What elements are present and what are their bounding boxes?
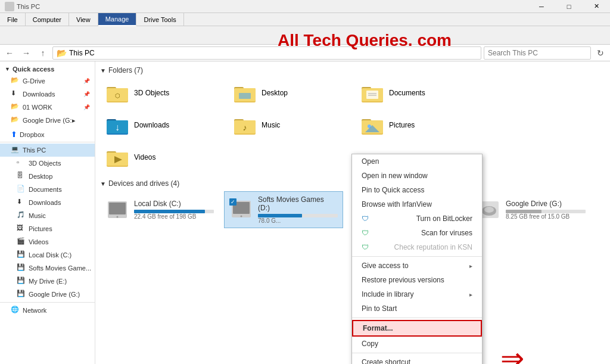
sidebar-item-googleg[interactable]: 💾 Google Drive (G:) <box>0 288 95 301</box>
sidebar-item-this-pc[interactable]: 💻 This PC <box>0 144 95 157</box>
sidebar-item-network-label: Network <box>23 307 46 314</box>
folder-3dobjects[interactable]: ⬡ 3D Objects <box>100 78 225 108</box>
tab-manage[interactable]: Manage <box>98 13 137 26</box>
drive-g[interactable]: Google Drive (G:) 8.25 GB free of 15.0 G… <box>472 191 591 228</box>
ribbon: File Computer View Manage Drive Tools <box>0 13 610 45</box>
svg-text:↓: ↓ <box>115 122 120 132</box>
ctx-pin-quick[interactable]: Pin to Quick access <box>352 183 482 197</box>
address-path[interactable]: 📂 This PC <box>52 46 481 60</box>
gdrive-icon: 📂 <box>11 76 20 86</box>
close-button[interactable]: ✕ <box>583 0 610 13</box>
sidebar-item-01work[interactable]: 📂 01 WORK 📌 <box>0 101 95 114</box>
sidebar-item-localc[interactable]: 💾 Local Disk (C:) <box>0 248 95 262</box>
drive-g-name: Google Drive (G:) <box>506 200 586 208</box>
sidebar-item-documents[interactable]: 📄 Documents <box>0 183 95 196</box>
ctx-irfanview-label: Browse with IrfanView <box>362 200 432 209</box>
tab-view[interactable]: View <box>69 13 98 26</box>
ctx-shortcut[interactable]: Create shortcut <box>352 355 482 364</box>
ctx-copy[interactable]: Copy <box>352 337 482 351</box>
folder-pictures[interactable]: Pictures <box>355 110 480 140</box>
folder-music[interactable]: ♪ Music <box>228 110 353 140</box>
app-icon <box>5 2 14 11</box>
svg-rect-32 <box>109 203 126 214</box>
sidebar-item-network[interactable]: 🌐 Network <box>0 304 95 317</box>
sidebar-item-music[interactable]: 🎵 Music <box>0 209 95 222</box>
sidebar-item-dropbox[interactable]: ⬆ Dropbox <box>0 128 95 141</box>
sidebar-item-downloads[interactable]: ⬇ Downloads <box>0 196 95 209</box>
sidebar-item-softsd[interactable]: 💾 Softs Movies Game... <box>0 262 95 275</box>
up-button[interactable]: ↑ <box>36 46 50 60</box>
tab-file[interactable]: File <box>0 13 26 26</box>
ctx-restore[interactable]: Restore previous versions <box>352 273 482 287</box>
ctx-scan[interactable]: 🛡 Scan for viruses <box>352 226 482 240</box>
svg-point-42 <box>484 207 494 213</box>
sidebar-item-videos[interactable]: 🎬 Videos <box>0 235 95 248</box>
folder-downloads-icon: ↓ <box>105 114 129 136</box>
ctx-include-library-label: Include in library <box>362 290 413 298</box>
folder-videos[interactable]: Videos <box>100 142 225 172</box>
drive-d-check: ✓ <box>229 198 258 222</box>
ctx-restore-label: Restore previous versions <box>362 276 444 284</box>
minimize-button[interactable]: ─ <box>528 0 555 13</box>
tab-drive-tools[interactable]: Drive Tools <box>136 13 183 26</box>
ctx-sep-3 <box>352 353 482 353</box>
sidebar-item-mydrive[interactable]: 💾 My Drive (E:) <box>0 275 95 288</box>
sidebar-item-softsd-label: Softs Movies Game... <box>29 265 91 272</box>
3dobjects-icon: ▫ <box>17 158 26 168</box>
ctx-irfanview[interactable]: Browse with IrfanView <box>352 197 482 211</box>
svg-point-36 <box>241 215 242 217</box>
quick-access-label: Quick access <box>13 66 54 73</box>
ctx-give-access[interactable]: Give access to ▸ <box>352 259 482 273</box>
ctx-format[interactable]: Format... <box>352 320 482 337</box>
ctx-open[interactable]: Open <box>352 154 482 169</box>
folder-documents[interactable]: Documents <box>355 78 480 108</box>
window-controls: ─ □ ✕ <box>528 0 610 13</box>
drive-c[interactable]: Local Disk (C:) 22.4 GB free of 198 GB <box>100 191 219 228</box>
downloads-icon: ⬇ <box>11 89 20 99</box>
ctx-open-new[interactable]: Open in new window <box>352 169 482 183</box>
drive-d[interactable]: ✓ Softs Movies Games (D:) 78.0 G... <box>224 191 343 228</box>
sidebar-item-googledrive-quick[interactable]: 📂 Google Drive (G:▸ <box>0 114 95 127</box>
drives-arrow: ▼ <box>100 181 106 187</box>
folder-pictures-icon <box>360 114 384 136</box>
folder-downloads[interactable]: ↓ Downloads <box>100 110 225 140</box>
sidebar-item-mydrive-label: My Drive (E:) <box>29 278 67 285</box>
downloads-sidebar-icon: ⬇ <box>17 198 26 207</box>
sidebar-item-pictures[interactable]: 🖼 Pictures <box>0 222 95 235</box>
folder-downloads-name: Downloads <box>134 121 169 129</box>
sidebar-item-gdrive[interactable]: 📂 G-Drive 📌 <box>0 74 95 88</box>
tab-computer[interactable]: Computer <box>26 13 69 26</box>
folder-desktop-icon <box>233 82 257 104</box>
search-input[interactable] <box>484 46 591 60</box>
ctx-reputation-label: Check reputation in KSN <box>394 243 472 251</box>
maximize-button[interactable]: □ <box>555 0 583 13</box>
mydrive-icon: 💾 <box>17 276 26 286</box>
folders-section-label[interactable]: ▼ Folders (7) <box>100 66 605 74</box>
drive-c-info: Local Disk (C:) 22.4 GB free of 198 GB <box>134 200 214 220</box>
path-text: This PC <box>69 49 95 57</box>
svg-point-33 <box>117 216 119 218</box>
quick-access-header[interactable]: ▼ Quick access <box>0 64 95 74</box>
sidebar-item-downloads-label: Downloads <box>23 91 55 98</box>
folder-music-name: Music <box>262 121 280 129</box>
ctx-pin-start[interactable]: Pin to Start <box>352 301 482 316</box>
forward-button[interactable]: → <box>19 46 33 60</box>
ctx-bitlocker[interactable]: 🛡 Turn on BitLocker <box>352 211 482 226</box>
ctx-reputation[interactable]: 🛡 Check reputation in KSN <box>352 240 482 254</box>
ctx-include-library[interactable]: Include in library ▸ <box>352 287 482 301</box>
sidebar-item-downloads-quick[interactable]: ⬇ Downloads 📌 <box>0 88 95 101</box>
sidebar-item-desktop[interactable]: 🗄 Desktop <box>0 170 95 183</box>
folder-desktop[interactable]: Desktop <box>228 78 353 108</box>
ctx-open-new-label: Open in new window <box>362 172 428 180</box>
back-button[interactable]: ← <box>2 46 17 60</box>
sidebar-item-pictures-label: Pictures <box>29 225 52 232</box>
drive-g-space: 8.25 GB free of 15.0 GB <box>506 213 586 220</box>
drive-g-info: Google Drive (G:) 8.25 GB free of 15.0 G… <box>506 200 586 220</box>
folders-label-text: Folders (7) <box>108 66 143 74</box>
refresh-button[interactable]: ↻ <box>593 46 608 60</box>
dropbox-icon: ⬆ <box>11 130 17 139</box>
sidebar-divider-2 <box>0 302 95 303</box>
checkmark: ✓ <box>229 198 236 206</box>
main-layout: ▼ Quick access 📂 G-Drive 📌 ⬇ Downloads 📌… <box>0 61 610 364</box>
sidebar-item-3dobjects[interactable]: ▫ 3D Objects <box>0 157 95 170</box>
